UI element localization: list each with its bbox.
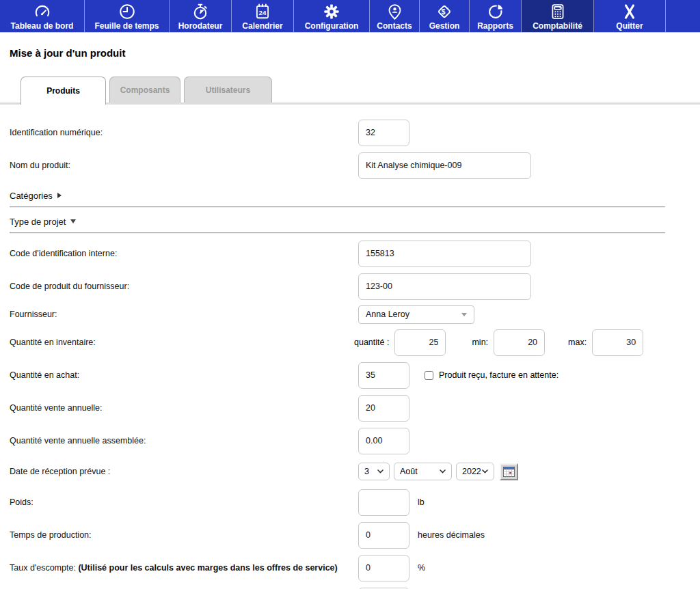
form-row-annual-sales: Quantité vente annuelle: [10,392,700,424]
supplier-select-value: Anna Leroy [366,310,409,319]
nav-label: Comptabilité [533,21,582,31]
received-pending-invoice-checkbox[interactable] [425,371,433,380]
nav-item-tableau-de-bord[interactable]: Tableau de bord [0,0,85,32]
tab-produits[interactable]: Produits [21,77,106,105]
weight-unit: lb [418,497,425,507]
discount-rate-note: (Utilisé pour les calculs avec marges da… [78,563,337,573]
calendar-picker-icon [503,467,515,477]
gauge-icon [33,2,51,21]
identification-label: Identification numérique: [10,128,358,137]
assembled-annual-sales-input[interactable] [358,428,409,454]
expected-date-year-select[interactable]: 2022 [456,463,494,480]
purchase-qty-label: Quantité en achat: [10,370,358,380]
nav-item-rapports[interactable]: Rapports [470,0,522,32]
person-pin-icon [386,2,403,21]
nav-filler [666,0,700,32]
weight-input[interactable] [358,489,409,516]
nav-label: Contacts [377,21,412,31]
product-form: Identification numérique: Nom du produit… [10,116,700,589]
gear-icon [323,2,340,21]
nav-label: Gestion [429,21,460,31]
day-select-value: 3 [364,467,369,476]
chevron-down-icon [70,219,76,223]
nav-label: Calendrier [242,21,282,31]
chevron-down-icon [377,469,383,474]
nav-label: Tableau de bord [11,21,74,31]
form-row-supplier: Fournisseur: Anna Leroy [10,303,700,326]
supplier-code-input[interactable] [358,273,531,300]
nav-item-quitter[interactable]: Quitter [594,0,666,32]
expected-date-label: Date de réception prévue : [10,467,358,476]
price-tag-icon: $ [435,2,453,21]
inventory-qty-input[interactable] [394,329,446,356]
month-select-value: Août [400,467,418,476]
supplier-select[interactable]: Anna Leroy [358,305,474,324]
form-row-assembled-annual-sales: Quantité vente annuelle assemblée: [10,424,700,457]
form-row-purchase-qty: Quantité en achat: Produit reçu, facture… [10,359,700,392]
nav-label: Horodateur [178,21,223,31]
annual-sales-input[interactable] [358,395,409,422]
inventory-label: Quantité en inventaire: [10,338,354,347]
nav-item-calendrier[interactable]: 24 Calendrier [232,0,294,32]
inventory-max-input[interactable] [592,329,643,356]
form-row-identification: Identification numérique: [10,116,700,149]
nav-item-feuille-de-temps[interactable]: Feuille de temps [85,0,170,32]
purchase-qty-input[interactable] [358,362,409,389]
form-row-product-name: Nom du produit: [10,149,700,182]
discount-rate-label: Taux d'escompte: (Utilisé pour les calcu… [10,563,358,573]
nav-item-contacts[interactable]: Contacts [370,0,420,32]
divider [10,206,665,208]
project-type-section-toggle[interactable]: Type de projet [10,214,700,229]
discount-rate-label-text: Taux d'escompte: [10,563,76,573]
divider [10,232,665,234]
date-picker-button[interactable] [500,463,518,480]
form-row-inventory: Quantité en inventaire: quantité : min: … [10,326,700,359]
nav-label: Configuration [305,21,359,31]
form-row-supplier-code: Code de produit du fournisseur: [10,270,700,303]
received-pending-invoice-label: Produit reçu, facture en attente: [439,370,558,380]
discount-rate-unit: % [418,563,425,573]
form-row-discount-rate: Taux d'escompte: (Utilisé pour les calcu… [10,551,700,584]
nav-item-configuration[interactable]: Configuration [294,0,370,32]
identification-input[interactable] [358,120,409,146]
clock-icon [118,2,136,21]
main-content: Mise à jour d'un produit Produits Compos… [0,47,700,589]
production-time-input[interactable] [358,522,409,549]
internal-code-input[interactable] [358,241,531,267]
chevron-down-icon [482,469,488,474]
calculator-icon [549,2,567,21]
internal-code-label: Code d'identification interne: [10,249,358,258]
product-name-input[interactable] [358,152,531,179]
annual-sales-label: Quantité vente annuelle: [10,403,358,413]
inventory-min-label: min: [472,338,488,347]
tab-composants[interactable]: Composants [109,77,180,102]
production-time-unit: heures décimales [418,530,485,540]
product-name-label: Nom du produit: [10,161,358,170]
expected-date-month-select[interactable]: Août [394,463,452,480]
discount-rate-input[interactable] [358,555,409,581]
year-select-value: 2022 [462,467,481,476]
form-row-production-time: Temps de production: heures décimales [10,519,700,551]
nav-label: Feuille de temps [94,21,159,31]
chevron-right-icon [57,193,62,198]
svg-text:24: 24 [259,9,267,16]
nav-item-comptabilite[interactable]: Comptabilité [522,0,594,32]
page-title: Mise à jour d'un produit [10,47,700,59]
supplier-code-label: Code de produit du fournisseur: [10,282,358,291]
tab-utilisateurs[interactable]: Utilisateurs [184,77,272,102]
expected-date-day-select[interactable]: 3 [358,463,390,480]
nav-item-horodateur[interactable]: Horodateur [170,0,232,32]
nav-item-gestion[interactable]: $ Gestion [420,0,470,32]
production-time-label: Temps de production: [10,530,358,540]
categories-label: Catégories [10,191,53,201]
inventory-qty-label: quantité : [354,338,389,347]
pie-chart-icon [487,2,504,21]
inventory-min-input[interactable] [494,329,545,356]
calendar-icon: 24 [254,2,271,21]
stopwatch-icon [191,2,209,21]
weight-label: Poids: [10,497,358,507]
tab-bar: Produits Composants Utilisateurs [0,77,700,105]
form-row-internal-code: Code d'identification interne: [10,237,700,270]
assembled-annual-sales-label: Quantité vente annuelle assemblée: [10,436,358,446]
categories-section-toggle[interactable]: Catégories [10,188,700,203]
